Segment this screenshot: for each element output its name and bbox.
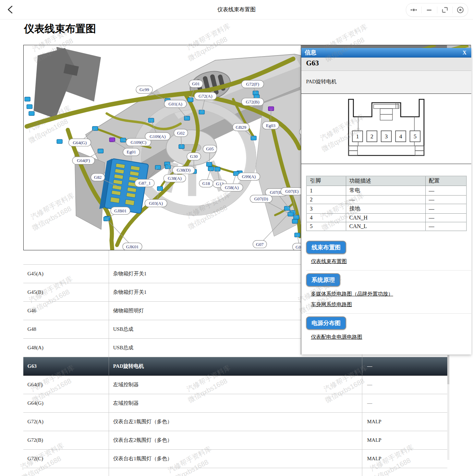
connector-id-cell: G48(A) xyxy=(23,339,109,357)
pin-table: 引脚 功能描述 配置 1常电—2——3接地—4CAN_H—5CAN_L— xyxy=(306,176,467,231)
pin-table-row: 3接地— xyxy=(306,204,466,214)
connector-id-cell: G64(G) xyxy=(23,394,109,412)
circuit-link[interactable]: 多媒体系统电路图（品牌外置功放） xyxy=(311,291,393,297)
pin-table-cell: 3 xyxy=(306,204,346,214)
config-cell: — xyxy=(362,376,447,394)
svg-text:1: 1 xyxy=(356,133,359,140)
svg-text:G72(F): G72(F) xyxy=(246,82,259,87)
description-cell: 仪表台左2氛围灯（多色） xyxy=(109,431,362,449)
svg-text:Gc99: Gc99 xyxy=(140,87,149,92)
blue-connector xyxy=(199,110,204,114)
divider xyxy=(421,7,422,13)
svg-text:4: 4 xyxy=(399,133,402,140)
config-cell: MALP xyxy=(362,431,447,449)
restore-icon[interactable] xyxy=(440,5,449,14)
panel-section: 系统原理多媒体系统电路图（品牌外置功放）车身网系统电路图 xyxy=(306,270,471,313)
svg-text:G01(A): G01(A) xyxy=(169,101,182,107)
svg-text:G18: G18 xyxy=(202,181,210,186)
scrollbar-thumb[interactable] xyxy=(447,355,449,384)
description-cell: PAD旋转电机 xyxy=(109,357,362,375)
svg-text:Eg01: Eg01 xyxy=(126,149,136,154)
svg-text:G38(A): G38(A) xyxy=(168,176,182,181)
svg-text:G07: G07 xyxy=(256,242,264,247)
svg-text:G109(C): G109(C) xyxy=(131,140,146,145)
top-navbar: 仪表线束布置图 xyxy=(0,0,473,20)
circuit-link[interactable]: 仪表配电盒电源电路图 xyxy=(311,334,362,340)
description-cell xyxy=(109,468,362,476)
panel-section: 电源分布图仪表配电盒电源电路图 xyxy=(306,313,471,345)
function-col-header: 功能描述 xyxy=(346,176,426,186)
divider xyxy=(437,7,437,13)
minimize-icon[interactable] xyxy=(425,5,434,14)
svg-text:G38(D): G38(D) xyxy=(177,167,190,173)
connector-id-cell xyxy=(23,468,109,476)
table-row[interactable] xyxy=(23,468,447,476)
table-row[interactable]: G72(C)仪表台右1氛围灯（多色）MALP xyxy=(23,450,447,468)
svg-text:G72(B): G72(B) xyxy=(246,99,259,104)
circuit-link[interactable]: 车身网系统电路图 xyxy=(311,301,352,308)
config-cell xyxy=(362,468,447,476)
pin-table-cell: 接地 xyxy=(346,204,426,214)
svg-text:G58(A): G58(A) xyxy=(225,185,239,190)
connector-id-cell: G72(C) xyxy=(23,450,109,468)
table-row[interactable]: G64(F)左域控制器— xyxy=(23,376,447,394)
connector-id-title: G63 xyxy=(301,58,471,71)
pin-table-cell: 4 xyxy=(306,214,346,222)
divider xyxy=(452,7,453,13)
config-cell: MALP xyxy=(362,413,447,431)
pin-col-header: 引脚 xyxy=(306,176,346,186)
description-cell: 左域控制器 xyxy=(109,376,362,394)
pin-table-cell: — xyxy=(346,196,426,204)
connector-id-cell: G45(B) xyxy=(23,283,109,301)
pin-table-cell: 常电 xyxy=(346,186,426,196)
blue-connector xyxy=(155,165,161,170)
close-icon[interactable]: X xyxy=(462,50,466,56)
more-icon[interactable] xyxy=(409,5,418,14)
connector-id-cell: G63 xyxy=(23,357,109,375)
blue-connector xyxy=(27,104,32,109)
svg-text:G30: G30 xyxy=(190,154,197,159)
pin-table-cell: — xyxy=(426,186,467,196)
category-button[interactable]: 线束布置图 xyxy=(306,241,346,254)
category-button[interactable]: 电源分布图 xyxy=(306,316,346,330)
connector-id-cell: G72(A) xyxy=(23,413,109,431)
table-row[interactable]: G64(G)左域控制器— xyxy=(23,394,447,413)
page-heading: 仪表线束布置图 xyxy=(24,22,96,36)
pin-table-row: 1常电— xyxy=(306,186,466,196)
table-row[interactable]: G72(A)仪表台左1氛围灯（多色）MALP xyxy=(23,413,447,431)
blue-connector xyxy=(215,167,220,171)
svg-text:Eg03: Eg03 xyxy=(266,123,275,128)
svg-text:3: 3 xyxy=(385,133,388,140)
connector-figure: 12345 xyxy=(301,94,471,164)
connector-description: PAD旋转电机 xyxy=(301,71,471,94)
blue-connector xyxy=(29,111,34,115)
svg-text:GJB01: GJB01 xyxy=(114,208,126,213)
category-button[interactable]: 系统原理 xyxy=(306,273,340,287)
connector-id-cell xyxy=(23,250,109,264)
pin-table-row: 4CAN_H— xyxy=(306,214,466,222)
circuit-link[interactable]: 仪表线束布置图 xyxy=(311,258,347,265)
svg-text:G03(A): G03(A) xyxy=(149,201,163,206)
svg-text:G07(E): G07(E) xyxy=(285,189,299,194)
description-cell: 左域控制器 xyxy=(109,394,362,412)
close-record-icon[interactable] xyxy=(456,5,465,14)
config-col-header: 配置 xyxy=(426,176,467,186)
table-row[interactable]: G72(B)仪表台左2氛围灯（多色）MALP xyxy=(23,431,447,450)
blue-connector xyxy=(284,206,290,210)
diagram-label[interactable]: G99(A) xyxy=(238,173,260,180)
connector-drawing: 12345 xyxy=(342,98,431,160)
blue-connector xyxy=(188,98,193,102)
diagram-label[interactable]: G72(B) xyxy=(241,97,264,105)
svg-text:GB29: GB29 xyxy=(236,125,246,130)
pin-table-cell: — xyxy=(426,214,467,222)
pin-table-cell: CAN_L xyxy=(346,222,426,231)
svg-text:G99(A): G99(A) xyxy=(242,174,256,179)
svg-text:2: 2 xyxy=(371,133,374,140)
table-scrollbar[interactable] xyxy=(447,355,449,460)
page-title: 仪表线束布置图 xyxy=(0,0,473,19)
table-row[interactable]: G63PAD旋转电机— xyxy=(23,357,447,376)
blue-connector xyxy=(292,219,298,223)
svg-text:GJK01: GJK01 xyxy=(126,244,139,249)
blue-connector xyxy=(157,187,163,191)
connector-id-cell: G72(B) xyxy=(23,431,109,449)
